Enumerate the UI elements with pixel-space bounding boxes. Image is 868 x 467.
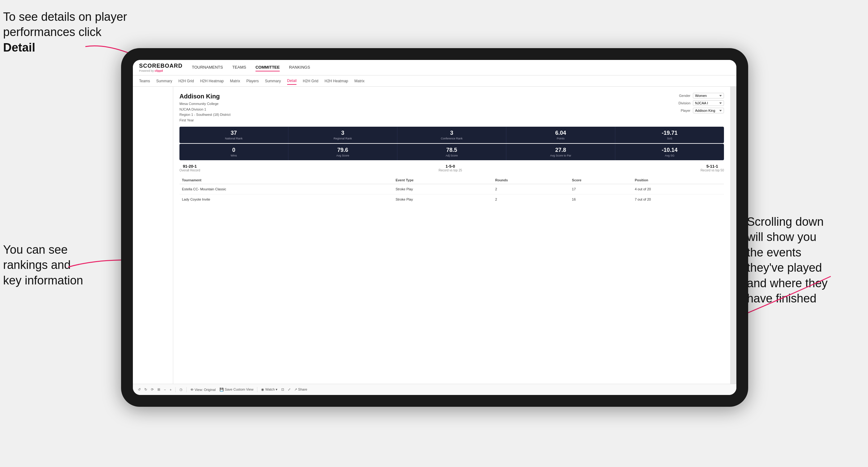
- conference-rank-label: Conference Rank: [441, 137, 463, 140]
- stat-avg-sg: -10.14 Avg SG: [615, 144, 724, 160]
- annotation-bottomleft: You can see rankings and key information: [3, 242, 121, 288]
- th-rounds: Rounds: [493, 176, 569, 184]
- app: SCOREBOARD Powered by clippd TOURNAMENTS…: [133, 60, 736, 395]
- player-region: Region 1 - Southwest (18) District: [180, 113, 230, 117]
- annotation-bottomright: Scrolling down will show you the events …: [747, 214, 865, 306]
- avg-score-value: 79.6: [337, 147, 348, 153]
- detail-panel[interactable]: Addison King Mesa Community College NJCA…: [173, 87, 730, 384]
- top50-record-label: Record vs top 50: [700, 168, 724, 172]
- division-filter-row: Division NJCAA I: [675, 100, 724, 106]
- logo-powered: Powered by clippd: [139, 69, 183, 72]
- th-position: Position: [632, 176, 724, 184]
- toolbar-minus[interactable]: −: [164, 388, 166, 392]
- toolbar-refresh[interactable]: ⟳: [151, 387, 154, 392]
- row1-event-type: Stroke Play: [393, 184, 493, 194]
- top25-record-value: 1-5-0: [445, 164, 455, 168]
- toolbar-share[interactable]: ↗ Share: [294, 387, 307, 392]
- nav-committee[interactable]: COMMITTEE: [255, 64, 280, 71]
- points-label: Points: [557, 137, 564, 140]
- table-body: Estella CC- Mountain Classic Stroke Play…: [180, 184, 724, 205]
- toolbar-sep3: [257, 387, 257, 392]
- conference-rank-value: 3: [450, 130, 453, 136]
- record-top50: 5-11-1 Record vs top 50: [700, 164, 724, 172]
- avg-score-label: Avg Score: [336, 154, 349, 157]
- subnav-detail[interactable]: Detail: [287, 77, 297, 85]
- logo-scoreboard: SCOREBOARD: [139, 63, 183, 69]
- stat-avg-score-par: 27.8 Avg Score to Par: [506, 144, 615, 160]
- subnav-matrix[interactable]: Matrix: [230, 77, 240, 85]
- nav-tournaments[interactable]: TOURNAMENTS: [192, 64, 223, 71]
- sub-nav: Teams Summary H2H Grid H2H Heatmap Matri…: [133, 75, 736, 87]
- toolbar-save-custom[interactable]: 💾 Save Custom View: [219, 387, 254, 392]
- player-filters: Gender Women Division NJCAA I: [675, 93, 724, 123]
- avg-score-par-label: Avg Score to Par: [550, 154, 571, 157]
- player-select[interactable]: Addison King: [693, 108, 724, 113]
- table-row[interactable]: Lady Coyote Invite Stroke Play 2 16 7 ou…: [180, 194, 724, 205]
- stat-national-rank: 37 National Rank: [180, 127, 288, 143]
- right-panel: [730, 87, 736, 384]
- record-row: 91-20-1 Overall Record 1-5-0 Record vs t…: [180, 164, 724, 172]
- stat-conference-rank: 3 Conference Rank: [397, 127, 506, 143]
- subnav-summary2[interactable]: Summary: [265, 77, 281, 85]
- row1-tournament: Estella CC- Mountain Classic: [180, 184, 393, 194]
- nav-rankings[interactable]: RANKINGS: [289, 64, 310, 71]
- row1-position: 4 out of 20: [632, 184, 724, 194]
- record-overall: 91-20-1 Overall Record: [180, 164, 200, 172]
- wins-label: Wins: [231, 154, 237, 157]
- table-row[interactable]: Estella CC- Mountain Classic Stroke Play…: [180, 184, 724, 194]
- row2-position: 7 out of 20: [632, 194, 724, 205]
- row1-rounds: 2: [493, 184, 569, 194]
- toolbar-redo[interactable]: ↻: [144, 387, 147, 392]
- gender-select[interactable]: Women: [693, 93, 724, 98]
- gender-label: Gender: [675, 94, 690, 97]
- bottom-toolbar: ↺ ↻ ⟳ ⊞ − + ◷ 👁 View: Original 💾 Save Cu…: [133, 384, 736, 395]
- stat-sos: -19.71 SoS: [615, 127, 724, 143]
- toolbar-view-original[interactable]: 👁 View: Original: [190, 388, 216, 392]
- left-sidebar: [133, 87, 173, 384]
- toolbar-expand[interactable]: ⤢: [288, 387, 290, 392]
- th-tournament: Tournament: [180, 176, 393, 184]
- top25-record-label: Record vs top 25: [439, 168, 462, 172]
- toolbar-clock[interactable]: ◷: [180, 387, 183, 392]
- toolbar-plus[interactable]: +: [169, 388, 172, 392]
- regional-rank-value: 3: [341, 130, 344, 136]
- player-division: NJCAA Division 1: [180, 107, 206, 111]
- adj-score-label: Adj Score: [445, 154, 458, 157]
- stats-grid-row1: 37 National Rank 3 Regional Rank 3 Confe…: [180, 127, 724, 143]
- stat-avg-score: 79.6 Avg Score: [288, 144, 397, 160]
- tournaments-table: Tournament Event Type Rounds Score Posit…: [180, 176, 724, 204]
- overall-record-value: 91-20-1: [183, 164, 197, 168]
- th-event-type: Event Type: [393, 176, 493, 184]
- annotation-topleft: To see details on player performances cl…: [3, 9, 127, 55]
- row2-event-type: Stroke Play: [393, 194, 493, 205]
- points-value: 6.04: [555, 130, 566, 136]
- toolbar-grid[interactable]: ⊞: [157, 387, 160, 392]
- table-header: Tournament Event Type Rounds Score Posit…: [180, 176, 724, 184]
- subnav-h2hgrid[interactable]: H2H Grid: [179, 77, 194, 85]
- top-nav: SCOREBOARD Powered by clippd TOURNAMENTS…: [133, 60, 736, 75]
- national-rank-label: National Rank: [225, 137, 243, 140]
- wins-value: 0: [232, 147, 235, 153]
- subnav-h2hheatmap2[interactable]: H2H Heatmap: [324, 77, 348, 85]
- toolbar-watch[interactable]: ◉ Watch ▾: [261, 387, 278, 392]
- overall-record-label: Overall Record: [180, 168, 200, 172]
- regional-rank-label: Regional Rank: [333, 137, 352, 140]
- logo-area: SCOREBOARD Powered by clippd: [139, 63, 183, 72]
- nav-teams[interactable]: TEAMS: [232, 64, 246, 71]
- player-school: Mesa Community College: [180, 102, 219, 105]
- row1-score: 17: [569, 184, 632, 194]
- row2-rounds: 2: [493, 194, 569, 205]
- subnav-h2hheatmap[interactable]: H2H Heatmap: [200, 77, 224, 85]
- toolbar-undo[interactable]: ↺: [138, 387, 141, 392]
- record-top25: 1-5-0 Record vs top 25: [439, 164, 462, 172]
- row2-score: 16: [569, 194, 632, 205]
- toolbar-screen[interactable]: ⊡: [281, 387, 284, 392]
- avg-sg-label: Avg SG: [665, 154, 675, 157]
- subnav-players[interactable]: Players: [246, 77, 258, 85]
- subnav-summary[interactable]: Summary: [156, 77, 172, 85]
- division-select[interactable]: NJCAA I: [693, 100, 724, 106]
- subnav-h2hgrid2[interactable]: H2H Grid: [303, 77, 318, 85]
- player-filter-row: Player Addison King: [675, 108, 724, 113]
- subnav-teams[interactable]: Teams: [139, 77, 150, 85]
- subnav-matrix2[interactable]: Matrix: [354, 77, 365, 85]
